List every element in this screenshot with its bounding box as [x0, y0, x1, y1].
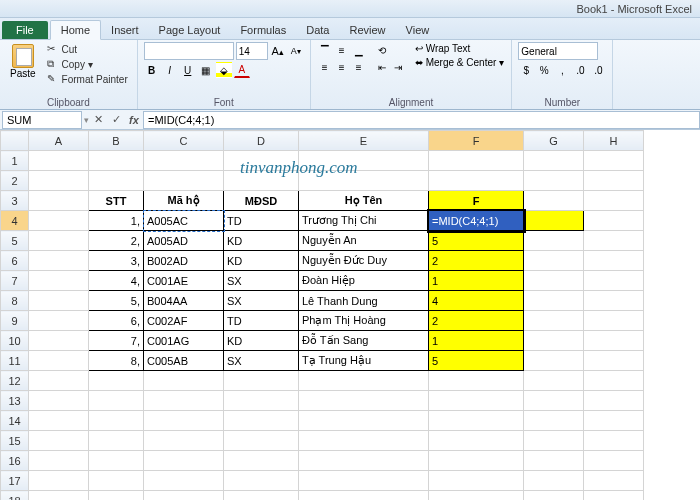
cell[interactable]: [584, 411, 644, 431]
wrap-text-button[interactable]: ↩Wrap Text: [414, 42, 506, 55]
font-size-select[interactable]: [236, 42, 268, 60]
cell[interactable]: [29, 351, 89, 371]
header-mdsd[interactable]: MĐSD: [224, 191, 299, 211]
cell[interactable]: [524, 471, 584, 491]
cell[interactable]: [584, 431, 644, 451]
cell-f[interactable]: 2: [429, 311, 524, 331]
cell[interactable]: [29, 191, 89, 211]
cell[interactable]: [224, 451, 299, 471]
cell-stt[interactable]: 2,: [89, 231, 144, 251]
header-stt[interactable]: STT: [89, 191, 144, 211]
align-right-button[interactable]: ≡: [351, 59, 367, 75]
cell[interactable]: [29, 431, 89, 451]
cell-md[interactable]: TD: [224, 211, 299, 231]
col-header-c[interactable]: C: [144, 131, 224, 151]
header-ho-ten[interactable]: Họ Tên: [299, 191, 429, 211]
cell[interactable]: [584, 251, 644, 271]
cell[interactable]: [89, 471, 144, 491]
cell[interactable]: [89, 411, 144, 431]
cell[interactable]: [299, 431, 429, 451]
cell-md[interactable]: SX: [224, 271, 299, 291]
grid[interactable]: A B C D E F G H 1 2 3 STT Mã hộ MĐSD Họ …: [0, 130, 644, 500]
cell-md[interactable]: KD: [224, 251, 299, 271]
cell[interactable]: [584, 331, 644, 351]
cell[interactable]: [144, 491, 224, 501]
cell[interactable]: [29, 151, 89, 171]
cell[interactable]: [524, 271, 584, 291]
cell[interactable]: [429, 391, 524, 411]
cell[interactable]: [224, 431, 299, 451]
cell[interactable]: [29, 491, 89, 501]
cell[interactable]: [524, 251, 584, 271]
tab-home[interactable]: Home: [50, 20, 101, 40]
cell-f[interactable]: 1: [429, 271, 524, 291]
cell-ma[interactable]: A005AC: [144, 211, 224, 231]
cell[interactable]: [89, 371, 144, 391]
col-header-f[interactable]: F: [429, 131, 524, 151]
cell[interactable]: [429, 411, 524, 431]
underline-button[interactable]: U: [180, 62, 196, 78]
border-button[interactable]: ▦: [198, 62, 214, 78]
number-format-select[interactable]: [518, 42, 598, 60]
row-header[interactable]: 15: [1, 431, 29, 451]
cell-ma[interactable]: C001AE: [144, 271, 224, 291]
cell-ten[interactable]: Phạm Thị Hoàng: [299, 311, 429, 331]
cell[interactable]: [584, 491, 644, 501]
cell[interactable]: [524, 171, 584, 191]
cell[interactable]: [89, 451, 144, 471]
cell[interactable]: [299, 471, 429, 491]
tab-insert[interactable]: Insert: [101, 21, 149, 39]
cell[interactable]: [524, 431, 584, 451]
cell[interactable]: [144, 411, 224, 431]
cell[interactable]: [524, 451, 584, 471]
cell[interactable]: [524, 311, 584, 331]
cell[interactable]: [299, 171, 429, 191]
cell[interactable]: [524, 291, 584, 311]
file-tab[interactable]: File: [2, 21, 48, 39]
cell[interactable]: [429, 451, 524, 471]
row-header[interactable]: 3: [1, 191, 29, 211]
cell[interactable]: [299, 371, 429, 391]
cell[interactable]: [524, 351, 584, 371]
cell[interactable]: [144, 431, 224, 451]
cell[interactable]: [429, 371, 524, 391]
cell[interactable]: [524, 491, 584, 501]
cell[interactable]: [524, 391, 584, 411]
align-left-button[interactable]: ≡: [317, 59, 333, 75]
cell-f[interactable]: 2: [429, 251, 524, 271]
cell[interactable]: [524, 371, 584, 391]
cell-stt[interactable]: 1,: [89, 211, 144, 231]
tab-page-layout[interactable]: Page Layout: [149, 21, 231, 39]
row-header[interactable]: 16: [1, 451, 29, 471]
cell[interactable]: [299, 451, 429, 471]
copy-button[interactable]: ⧉Copy ▾: [44, 57, 131, 71]
cell[interactable]: [29, 471, 89, 491]
cell[interactable]: [584, 451, 644, 471]
cell-md[interactable]: KD: [224, 331, 299, 351]
cut-button[interactable]: ✂Cut: [44, 42, 131, 56]
cell-ma[interactable]: B004AA: [144, 291, 224, 311]
shrink-font-button[interactable]: A▾: [288, 43, 304, 59]
row-header[interactable]: 9: [1, 311, 29, 331]
cell[interactable]: [429, 171, 524, 191]
cell-f[interactable]: 5: [429, 231, 524, 251]
tab-formulas[interactable]: Formulas: [230, 21, 296, 39]
cell-stt[interactable]: 5,: [89, 291, 144, 311]
cell-stt[interactable]: 4,: [89, 271, 144, 291]
cell[interactable]: [89, 391, 144, 411]
cell[interactable]: [524, 331, 584, 351]
cell-f[interactable]: 1: [429, 331, 524, 351]
cell-stt[interactable]: 6,: [89, 311, 144, 331]
cell[interactable]: [89, 151, 144, 171]
cell[interactable]: [524, 411, 584, 431]
row-header[interactable]: 10: [1, 331, 29, 351]
col-header-e[interactable]: E: [299, 131, 429, 151]
cell[interactable]: [584, 351, 644, 371]
row-header[interactable]: 7: [1, 271, 29, 291]
cell[interactable]: [524, 211, 584, 231]
header-ma-ho[interactable]: Mã hộ: [144, 191, 224, 211]
cell[interactable]: [29, 171, 89, 191]
font-color-button[interactable]: A: [234, 62, 250, 78]
col-header-g[interactable]: G: [524, 131, 584, 151]
cell-ten[interactable]: Tạ Trung Hậu: [299, 351, 429, 371]
